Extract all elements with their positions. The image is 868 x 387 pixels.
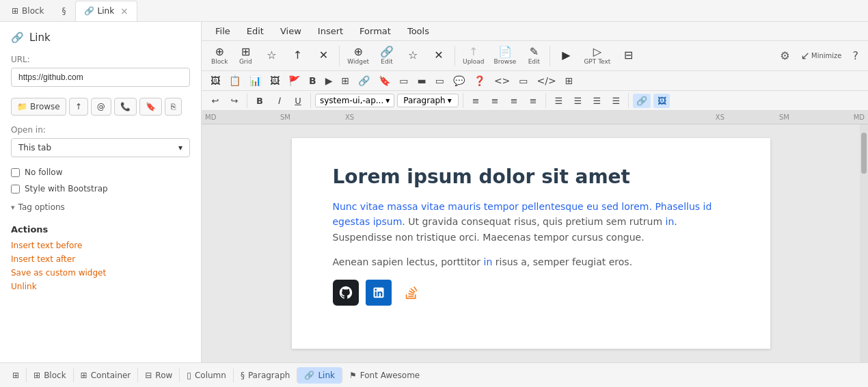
edit2-button[interactable]: ✎ Edit	[521, 44, 546, 68]
align-left-button[interactable]: ≡	[467, 94, 484, 108]
at-button[interactable]: @	[91, 98, 111, 116]
grid-button[interactable]: ⊞ Grid	[233, 44, 258, 68]
style-bootstrap-checkbox[interactable]	[11, 185, 20, 194]
save-custom-widget-link[interactable]: Save as custom widget	[11, 266, 190, 280]
insert-after-link[interactable]: Insert text after	[11, 252, 190, 266]
indent-inc-button[interactable]: ☰	[608, 94, 624, 108]
table-icon: ⊞	[341, 75, 349, 86]
status-row[interactable]: ⊟ Row	[138, 367, 179, 384]
unlink-link[interactable]: Unlink	[11, 280, 190, 293]
t2-video[interactable]: ▶	[322, 73, 336, 88]
open-in-select[interactable]: This tab ▾	[11, 138, 190, 157]
status-paragraph[interactable]: § Paragraph	[234, 367, 297, 384]
star-button[interactable]: ☆	[259, 47, 284, 64]
github-icon[interactable]	[333, 280, 359, 306]
browse-button[interactable]: 📁 Browse	[11, 98, 66, 116]
t2-rect[interactable]: ▭	[396, 73, 411, 88]
tab-link[interactable]: 🔗 Link ×	[75, 1, 137, 21]
align-center-icon: ≡	[491, 96, 499, 106]
status-block[interactable]: ⊞ Block	[27, 367, 73, 384]
menu-insert[interactable]: Insert	[315, 25, 346, 38]
gpt-button[interactable]: ▷ GPT Text	[580, 44, 614, 68]
t2-img2[interactable]: 🖼	[267, 73, 283, 88]
paragraph-select[interactable]: Paragraph ▾	[397, 94, 459, 107]
t2-code2[interactable]: </>	[534, 73, 560, 88]
redo-button[interactable]: ↪	[226, 94, 243, 108]
widget-button[interactable]: ⊕ Widget	[343, 44, 373, 68]
t2-bookmark2[interactable]: 🔖	[375, 73, 394, 88]
phone-button[interactable]: 📞	[114, 98, 137, 116]
status-link[interactable]: 🔗 Link	[297, 367, 342, 384]
arrow-up-button[interactable]: ↑	[285, 47, 310, 64]
list-ol-button[interactable]: ☰	[569, 94, 586, 108]
no-follow-checkbox[interactable]	[11, 168, 20, 177]
indent-dec-button[interactable]: ☰	[588, 94, 605, 108]
status-select-icon[interactable]: ⊞	[5, 367, 26, 384]
menu-format[interactable]: Format	[357, 25, 394, 38]
block-button[interactable]: ⊕ Block	[207, 44, 232, 68]
block-tab-icon: ⊞	[12, 6, 18, 16]
t2-link2[interactable]: 🔗	[355, 73, 373, 88]
minimize-button[interactable]: ↙ Minimize	[797, 46, 846, 65]
redo-icon: ↪	[231, 96, 239, 106]
scrollbar[interactable]	[860, 124, 868, 362]
edit-button[interactable]: 🔗 Edit	[375, 44, 399, 68]
t3-sep5	[628, 93, 629, 108]
t2-question[interactable]: ❓	[470, 73, 489, 88]
status-container[interactable]: ⊞ Container	[74, 367, 138, 384]
align-right-button[interactable]: ≡	[506, 94, 522, 108]
t2-code[interactable]: <>	[491, 73, 513, 88]
align-button[interactable]: ☆	[401, 47, 425, 64]
undo-button[interactable]: ↩	[207, 94, 223, 108]
scrollbar-thumb[interactable]	[861, 133, 867, 174]
browse-toolbar-button[interactable]: 📄 Browse	[490, 44, 521, 68]
align-center-button[interactable]: ≡	[487, 94, 503, 108]
tab-section[interactable]: §	[53, 1, 75, 21]
t2-chat[interactable]: 💬	[450, 73, 468, 88]
t2-slideshow[interactable]: 📋	[226, 73, 244, 88]
x-button[interactable]: ✕	[311, 47, 336, 64]
t2-grid2[interactable]: ⊞	[562, 73, 577, 88]
tab-block[interactable]: ⊞ Block	[3, 1, 53, 21]
play-button[interactable]: ▶	[554, 47, 578, 64]
help-button[interactable]: ?	[849, 46, 863, 65]
t2-flag[interactable]: 🚩	[285, 73, 303, 88]
t2-rect4[interactable]: ▭	[515, 73, 531, 88]
settings-button[interactable]: ⚙	[776, 46, 794, 65]
underline-button[interactable]: U	[290, 94, 306, 108]
status-column[interactable]: ▯ Column	[180, 367, 233, 384]
menu-file[interactable]: File	[213, 25, 233, 38]
align-justify-button[interactable]: ≡	[525, 94, 541, 108]
close-tab-button[interactable]: ×	[120, 5, 128, 16]
url-input[interactable]	[11, 68, 190, 87]
italic-button[interactable]: I	[271, 94, 287, 108]
url-label: URL:	[11, 55, 190, 64]
font-select[interactable]: system-ui,-ap... ▾	[315, 94, 394, 107]
link-format-button[interactable]: 🔗	[633, 94, 651, 108]
menu-edit[interactable]: Edit	[244, 25, 267, 38]
t2-image[interactable]: 🖼	[207, 73, 223, 88]
linkedin-icon[interactable]	[366, 280, 392, 306]
image-format-button[interactable]: 🖼	[653, 94, 670, 108]
tag-options[interactable]: ▾ Tag options	[0, 197, 201, 217]
expand-button[interactable]: ⊟	[616, 47, 640, 64]
bookmark-button[interactable]: 🔖	[139, 98, 162, 116]
bold-button[interactable]: B	[252, 94, 268, 108]
upload-button[interactable]: ↑ Upload	[459, 44, 489, 68]
select-icon: ⊞	[12, 371, 19, 380]
t2-rect2[interactable]: ▬	[413, 73, 429, 88]
open-in-section: Open in: This tab ▾	[0, 121, 201, 164]
t2-table[interactable]: ⊞	[338, 73, 353, 88]
upload-button[interactable]: ↑	[69, 98, 88, 116]
menu-tools[interactable]: Tools	[405, 25, 432, 38]
insert-before-link[interactable]: Insert text before	[11, 239, 190, 252]
cross-button[interactable]: ✕	[426, 47, 451, 64]
t2-bold[interactable]: B	[306, 73, 320, 88]
copy-button[interactable]: ⎘	[165, 98, 182, 116]
t2-chart[interactable]: 📊	[246, 73, 265, 88]
status-fontawesome[interactable]: ⚑ Font Awesome	[342, 367, 426, 384]
menu-view[interactable]: View	[277, 25, 304, 38]
list-ul-button[interactable]: ☰	[550, 94, 567, 108]
stackoverflow-icon[interactable]	[398, 280, 424, 306]
t2-rect3[interactable]: ▭	[432, 73, 448, 88]
